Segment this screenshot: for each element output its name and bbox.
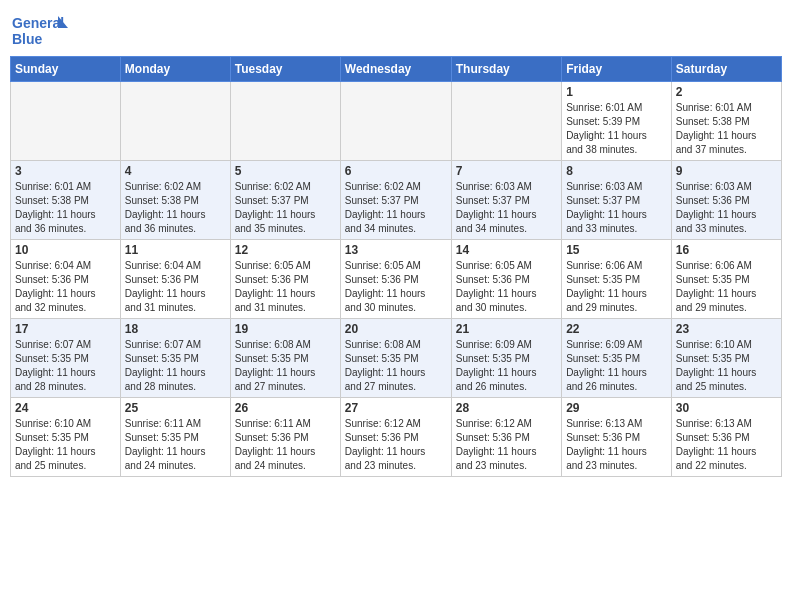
calendar-cell: 15Sunrise: 6:06 AM Sunset: 5:35 PM Dayli…: [562, 240, 672, 319]
weekday-header-friday: Friday: [562, 57, 672, 82]
calendar-week-row: 3Sunrise: 6:01 AM Sunset: 5:38 PM Daylig…: [11, 161, 782, 240]
day-number: 10: [15, 243, 116, 257]
calendar-cell: 25Sunrise: 6:11 AM Sunset: 5:35 PM Dayli…: [120, 398, 230, 477]
day-info: Sunrise: 6:05 AM Sunset: 5:36 PM Dayligh…: [235, 259, 336, 315]
day-info: Sunrise: 6:04 AM Sunset: 5:36 PM Dayligh…: [125, 259, 226, 315]
weekday-header-tuesday: Tuesday: [230, 57, 340, 82]
day-info: Sunrise: 6:01 AM Sunset: 5:38 PM Dayligh…: [676, 101, 777, 157]
calendar-week-row: 1Sunrise: 6:01 AM Sunset: 5:39 PM Daylig…: [11, 82, 782, 161]
day-info: Sunrise: 6:09 AM Sunset: 5:35 PM Dayligh…: [456, 338, 557, 394]
day-number: 5: [235, 164, 336, 178]
calendar-cell: 8Sunrise: 6:03 AM Sunset: 5:37 PM Daylig…: [562, 161, 672, 240]
day-info: Sunrise: 6:05 AM Sunset: 5:36 PM Dayligh…: [456, 259, 557, 315]
day-info: Sunrise: 6:08 AM Sunset: 5:35 PM Dayligh…: [235, 338, 336, 394]
day-number: 9: [676, 164, 777, 178]
calendar-cell: [340, 82, 451, 161]
day-number: 19: [235, 322, 336, 336]
day-number: 15: [566, 243, 667, 257]
calendar-cell: 5Sunrise: 6:02 AM Sunset: 5:37 PM Daylig…: [230, 161, 340, 240]
day-info: Sunrise: 6:02 AM Sunset: 5:37 PM Dayligh…: [345, 180, 447, 236]
day-info: Sunrise: 6:01 AM Sunset: 5:39 PM Dayligh…: [566, 101, 667, 157]
day-info: Sunrise: 6:07 AM Sunset: 5:35 PM Dayligh…: [125, 338, 226, 394]
day-number: 3: [15, 164, 116, 178]
day-number: 6: [345, 164, 447, 178]
calendar-cell: 12Sunrise: 6:05 AM Sunset: 5:36 PM Dayli…: [230, 240, 340, 319]
weekday-header-sunday: Sunday: [11, 57, 121, 82]
day-number: 16: [676, 243, 777, 257]
calendar-week-row: 10Sunrise: 6:04 AM Sunset: 5:36 PM Dayli…: [11, 240, 782, 319]
calendar-cell: 19Sunrise: 6:08 AM Sunset: 5:35 PM Dayli…: [230, 319, 340, 398]
day-number: 18: [125, 322, 226, 336]
day-info: Sunrise: 6:07 AM Sunset: 5:35 PM Dayligh…: [15, 338, 116, 394]
weekday-header-row: SundayMondayTuesdayWednesdayThursdayFrid…: [11, 57, 782, 82]
calendar-cell: 13Sunrise: 6:05 AM Sunset: 5:36 PM Dayli…: [340, 240, 451, 319]
calendar-cell: 21Sunrise: 6:09 AM Sunset: 5:35 PM Dayli…: [451, 319, 561, 398]
day-info: Sunrise: 6:05 AM Sunset: 5:36 PM Dayligh…: [345, 259, 447, 315]
day-info: Sunrise: 6:03 AM Sunset: 5:36 PM Dayligh…: [676, 180, 777, 236]
calendar-cell: [230, 82, 340, 161]
day-number: 4: [125, 164, 226, 178]
day-info: Sunrise: 6:06 AM Sunset: 5:35 PM Dayligh…: [676, 259, 777, 315]
weekday-header-wednesday: Wednesday: [340, 57, 451, 82]
calendar-cell: 18Sunrise: 6:07 AM Sunset: 5:35 PM Dayli…: [120, 319, 230, 398]
day-number: 11: [125, 243, 226, 257]
day-info: Sunrise: 6:01 AM Sunset: 5:38 PM Dayligh…: [15, 180, 116, 236]
day-number: 2: [676, 85, 777, 99]
calendar-cell: [11, 82, 121, 161]
calendar-cell: 1Sunrise: 6:01 AM Sunset: 5:39 PM Daylig…: [562, 82, 672, 161]
day-number: 1: [566, 85, 667, 99]
day-number: 27: [345, 401, 447, 415]
calendar-cell: [451, 82, 561, 161]
weekday-header-thursday: Thursday: [451, 57, 561, 82]
calendar-cell: 24Sunrise: 6:10 AM Sunset: 5:35 PM Dayli…: [11, 398, 121, 477]
day-number: 28: [456, 401, 557, 415]
day-info: Sunrise: 6:13 AM Sunset: 5:36 PM Dayligh…: [566, 417, 667, 473]
logo: GeneralBlue: [10, 10, 70, 50]
calendar-cell: 17Sunrise: 6:07 AM Sunset: 5:35 PM Dayli…: [11, 319, 121, 398]
calendar-cell: 22Sunrise: 6:09 AM Sunset: 5:35 PM Dayli…: [562, 319, 672, 398]
calendar-cell: 10Sunrise: 6:04 AM Sunset: 5:36 PM Dayli…: [11, 240, 121, 319]
day-info: Sunrise: 6:04 AM Sunset: 5:36 PM Dayligh…: [15, 259, 116, 315]
calendar-cell: 4Sunrise: 6:02 AM Sunset: 5:38 PM Daylig…: [120, 161, 230, 240]
calendar-cell: 2Sunrise: 6:01 AM Sunset: 5:38 PM Daylig…: [671, 82, 781, 161]
calendar-cell: 9Sunrise: 6:03 AM Sunset: 5:36 PM Daylig…: [671, 161, 781, 240]
calendar-cell: 16Sunrise: 6:06 AM Sunset: 5:35 PM Dayli…: [671, 240, 781, 319]
day-number: 26: [235, 401, 336, 415]
day-info: Sunrise: 6:06 AM Sunset: 5:35 PM Dayligh…: [566, 259, 667, 315]
day-number: 25: [125, 401, 226, 415]
day-number: 22: [566, 322, 667, 336]
day-info: Sunrise: 6:12 AM Sunset: 5:36 PM Dayligh…: [345, 417, 447, 473]
calendar-week-row: 17Sunrise: 6:07 AM Sunset: 5:35 PM Dayli…: [11, 319, 782, 398]
calendar-cell: 11Sunrise: 6:04 AM Sunset: 5:36 PM Dayli…: [120, 240, 230, 319]
calendar-cell: 7Sunrise: 6:03 AM Sunset: 5:37 PM Daylig…: [451, 161, 561, 240]
day-number: 7: [456, 164, 557, 178]
calendar-cell: 30Sunrise: 6:13 AM Sunset: 5:36 PM Dayli…: [671, 398, 781, 477]
calendar-week-row: 24Sunrise: 6:10 AM Sunset: 5:35 PM Dayli…: [11, 398, 782, 477]
day-info: Sunrise: 6:10 AM Sunset: 5:35 PM Dayligh…: [15, 417, 116, 473]
svg-text:Blue: Blue: [12, 31, 43, 47]
day-number: 8: [566, 164, 667, 178]
page-header: GeneralBlue: [10, 10, 782, 50]
day-info: Sunrise: 6:11 AM Sunset: 5:36 PM Dayligh…: [235, 417, 336, 473]
day-info: Sunrise: 6:02 AM Sunset: 5:38 PM Dayligh…: [125, 180, 226, 236]
day-info: Sunrise: 6:03 AM Sunset: 5:37 PM Dayligh…: [456, 180, 557, 236]
day-info: Sunrise: 6:10 AM Sunset: 5:35 PM Dayligh…: [676, 338, 777, 394]
day-number: 20: [345, 322, 447, 336]
day-info: Sunrise: 6:13 AM Sunset: 5:36 PM Dayligh…: [676, 417, 777, 473]
day-info: Sunrise: 6:08 AM Sunset: 5:35 PM Dayligh…: [345, 338, 447, 394]
day-info: Sunrise: 6:09 AM Sunset: 5:35 PM Dayligh…: [566, 338, 667, 394]
calendar-cell: 29Sunrise: 6:13 AM Sunset: 5:36 PM Dayli…: [562, 398, 672, 477]
day-number: 24: [15, 401, 116, 415]
calendar-cell: 23Sunrise: 6:10 AM Sunset: 5:35 PM Dayli…: [671, 319, 781, 398]
calendar-cell: 26Sunrise: 6:11 AM Sunset: 5:36 PM Dayli…: [230, 398, 340, 477]
calendar-cell: 14Sunrise: 6:05 AM Sunset: 5:36 PM Dayli…: [451, 240, 561, 319]
calendar-cell: 20Sunrise: 6:08 AM Sunset: 5:35 PM Dayli…: [340, 319, 451, 398]
calendar-cell: 27Sunrise: 6:12 AM Sunset: 5:36 PM Dayli…: [340, 398, 451, 477]
calendar-cell: [120, 82, 230, 161]
day-info: Sunrise: 6:02 AM Sunset: 5:37 PM Dayligh…: [235, 180, 336, 236]
calendar-cell: 28Sunrise: 6:12 AM Sunset: 5:36 PM Dayli…: [451, 398, 561, 477]
weekday-header-monday: Monday: [120, 57, 230, 82]
day-number: 29: [566, 401, 667, 415]
calendar-cell: 6Sunrise: 6:02 AM Sunset: 5:37 PM Daylig…: [340, 161, 451, 240]
day-number: 14: [456, 243, 557, 257]
